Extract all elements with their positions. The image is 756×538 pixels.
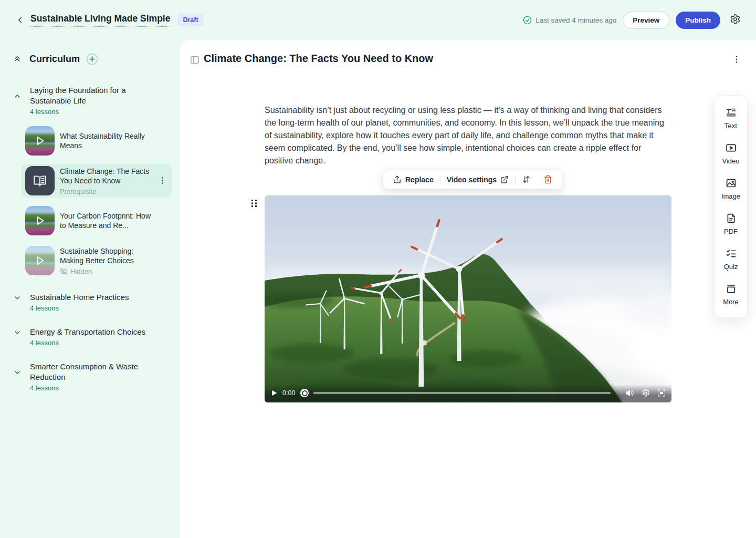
section-header[interactable]: Sustainable Home Practices 4 lessons [0, 292, 180, 312]
book-open-icon [33, 174, 47, 188]
video-settings-button[interactable]: Video settings [440, 170, 515, 189]
top-header: Sustainable Living Made Simple Draft Las… [0, 0, 756, 40]
insert-pdf-button[interactable]: PDF [715, 206, 747, 242]
video-poster-wind-turbines [265, 195, 671, 402]
lesson-item-selected[interactable]: Climate Change: The Facts You Need to Kn… [21, 164, 172, 198]
curriculum-section: Energy & Transportation Choices 4 lesson… [0, 327, 180, 347]
insert-quiz-button[interactable]: Quiz [715, 242, 747, 277]
block-drag-handle[interactable] [250, 199, 258, 208]
settings-button[interactable] [730, 14, 742, 26]
upload-icon [393, 175, 402, 184]
lesson-video-thumbnail [25, 246, 55, 275]
last-saved-status: Last saved 4 minutes ago [523, 16, 616, 25]
replace-label: Replace [405, 175, 434, 184]
section-title: Smarter Consumption & Waste Reduction [30, 361, 156, 382]
pdf-block-icon [726, 213, 737, 224]
quiz-block-icon [726, 248, 737, 259]
lesson-editor-panel: Climate Change: The Facts You Need to Kn… [180, 40, 756, 538]
lesson-item[interactable]: Your Carbon Footprint: How to Measure an… [21, 204, 172, 237]
section-lesson-count: 4 lessons [30, 339, 167, 347]
chevron-down-icon[interactable] [13, 294, 22, 302]
insert-video-button[interactable]: Video [715, 136, 747, 171]
insert-more-button[interactable]: More [715, 277, 747, 312]
tool-label: More [723, 298, 739, 306]
tool-label: Image [721, 192, 740, 200]
player-settings-button[interactable] [641, 388, 650, 398]
publish-button[interactable]: Publish [676, 12, 720, 29]
publish-label: Publish [685, 16, 711, 24]
lesson-prerequisite-label: Prerequisite [60, 188, 153, 195]
lesson-item[interactable]: What Sustainability Really Means [21, 124, 172, 158]
curriculum-section: Sustainable Home Practices 4 lessons [0, 292, 180, 312]
chevron-down-icon[interactable] [13, 328, 22, 337]
tool-label: Video [722, 157, 739, 165]
video-block-toolbar: Replace Video settings [383, 170, 562, 189]
preview-button[interactable]: Preview [623, 12, 669, 29]
text-block-icon [726, 107, 737, 118]
collapse-all-button[interactable] [13, 54, 22, 64]
scrubber-handle[interactable] [300, 389, 309, 397]
eye-off-icon [60, 267, 68, 275]
kebab-icon [158, 176, 167, 185]
lesson-title: Sustainable Shopping: Making Better Choi… [60, 246, 153, 266]
play-icon [33, 214, 47, 227]
chevron-up-icon[interactable] [13, 92, 22, 100]
curriculum-section: Laying the Foundation for a Sustainable … [0, 85, 180, 277]
lesson-kebab-menu[interactable] [158, 176, 167, 185]
section-lesson-count: 4 lessons [30, 384, 167, 392]
trash-icon [543, 175, 552, 184]
tool-label: Text [724, 122, 737, 130]
lesson-video-thumbnail [25, 126, 55, 156]
external-link-icon [500, 175, 509, 184]
insert-image-button[interactable]: Image [715, 171, 747, 206]
volume-button[interactable] [625, 388, 635, 398]
toggle-sidebar-button[interactable] [190, 55, 200, 65]
fullscreen-button[interactable] [657, 388, 666, 398]
insert-block-toolbar: Text Video Image PDF Quiz More [714, 95, 748, 318]
drag-dots-icon [250, 199, 258, 208]
lesson-title: Climate Change: The Facts You Need to Kn… [60, 167, 153, 186]
back-button[interactable] [14, 14, 26, 26]
section-title: Energy & Transportation Choices [30, 327, 156, 337]
check-circle-icon [523, 16, 532, 25]
chevron-left-icon [15, 15, 25, 25]
delete-block-button[interactable] [537, 170, 559, 189]
section-title: Laying the Foundation for a Sustainable … [30, 85, 156, 106]
section-lesson-count: 4 lessons [30, 304, 167, 312]
lesson-hidden-label: Hidden [70, 267, 92, 275]
replace-video-button[interactable]: Replace [386, 170, 440, 189]
lesson-options-menu[interactable] [732, 55, 742, 65]
chevron-down-icon[interactable] [13, 368, 22, 377]
arrow-down-up-icon [522, 175, 531, 184]
lesson-video-thumbnail [25, 206, 55, 235]
section-lesson-count: 4 lessons [30, 108, 167, 116]
sidebar-panel-icon [190, 55, 200, 65]
last-saved-text: Last saved 4 minutes ago [536, 16, 616, 24]
lesson-paragraph[interactable]: Sustainability isn’t just about recyclin… [265, 104, 671, 167]
lesson-page-title[interactable]: Climate Change: The Facts You Need to Kn… [204, 53, 433, 67]
play-icon [33, 134, 47, 148]
video-settings-label: Video settings [447, 175, 497, 184]
image-block-icon [726, 178, 737, 189]
lesson-title: What Sustainability Really Means [60, 131, 153, 151]
lesson-item-hidden[interactable]: Sustainable Shopping: Making Better Choi… [21, 244, 172, 277]
section-header[interactable]: Smarter Consumption & Waste Reduction 4 … [0, 361, 180, 392]
section-header[interactable]: Energy & Transportation Choices 4 lesson… [0, 327, 180, 347]
video-block-icon [726, 142, 737, 153]
preview-label: Preview [633, 16, 659, 24]
add-section-button[interactable] [86, 53, 98, 65]
video-player[interactable]: 0:00 [265, 195, 671, 402]
section-header[interactable]: Laying the Foundation for a Sustainable … [0, 85, 180, 116]
curriculum-sidebar: Curriculum Laying the Foundation for a S… [0, 40, 180, 538]
move-block-button[interactable] [516, 170, 537, 189]
insert-text-button[interactable]: Text [715, 101, 747, 136]
play-button[interactable] [270, 389, 278, 397]
chevrons-up-icon [13, 54, 22, 64]
status-badge: Draft [177, 14, 203, 26]
scrubber-track[interactable] [313, 392, 611, 394]
gear-icon [730, 14, 741, 25]
lesson-reading-thumbnail [25, 166, 55, 195]
video-time: 0:00 [282, 389, 295, 397]
course-title[interactable]: Sustainable Living Made Simple [30, 13, 170, 27]
lesson-title: Your Carbon Footprint: How to Measure an… [60, 211, 153, 231]
